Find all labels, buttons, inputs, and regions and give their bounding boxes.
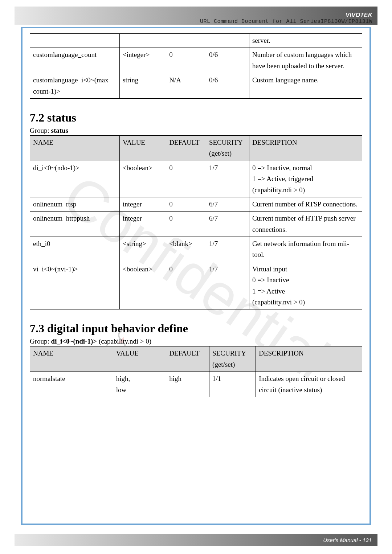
cell-security: 1/1 xyxy=(209,372,256,397)
table-header-row: NAME VALUE DEFAULT SECURITY (get/set) DE… xyxy=(30,135,362,161)
group-bold: di_i<0~(ndi-1)> xyxy=(51,337,97,345)
cell-value: high, low xyxy=(113,372,166,397)
cell-value: integer xyxy=(120,197,166,211)
cell-name: customlanguage_count xyxy=(30,48,120,73)
header-security: SECURITY (get/set) xyxy=(206,135,249,161)
cell-name: onlinenum_rtsp xyxy=(30,197,120,211)
group-label: Group: xyxy=(30,127,49,134)
cell-security: 0/6 xyxy=(206,73,249,99)
cell-security: 6/7 xyxy=(206,197,249,211)
cell-description: server. xyxy=(249,34,362,48)
cell-default: 0 xyxy=(166,197,206,211)
header-description: DESCRIPTION xyxy=(256,346,362,372)
cell-default: <blank> xyxy=(166,237,206,262)
header-subtitle: URL Command Document for All SeriesIP813… xyxy=(200,19,372,25)
section-7-2-group: Group: status xyxy=(30,127,362,135)
table-row: normalstate high, low high 1/1 Indicates… xyxy=(30,372,362,397)
page-footer: User's Manual - 131 xyxy=(15,534,377,546)
cell-security: 0/6 xyxy=(206,48,249,73)
cell-value xyxy=(120,34,166,48)
table-header-row: NAME VALUE DEFAULT SECURITY (get/set) DE… xyxy=(30,346,362,372)
table-row: server. xyxy=(30,34,362,48)
header-default: DEFAULT xyxy=(166,346,209,372)
table-row: eth_i0 <string> <blank> 1/7 Get network … xyxy=(30,237,362,262)
table-digital-input: NAME VALUE DEFAULT SECURITY (get/set) DE… xyxy=(30,346,362,397)
cell-security: 6/7 xyxy=(206,212,249,237)
cell-default xyxy=(166,34,206,48)
group-value: status xyxy=(51,127,69,134)
group-prefix: Group: xyxy=(30,337,51,345)
page-header: VIVOTEK URL Command Document for All Ser… xyxy=(15,7,377,25)
cell-description: Virtual input 0 => Inactive 1 => Active … xyxy=(249,262,362,309)
header-name: NAME xyxy=(30,346,113,372)
cell-security xyxy=(206,34,249,48)
table-row: customlanguage_i<0~(max count-1)> string… xyxy=(30,73,362,99)
header-default: DEFAULT xyxy=(166,135,206,161)
cell-name xyxy=(30,34,120,48)
brand-label: VIVOTEK xyxy=(346,12,372,19)
cell-default: high xyxy=(166,372,209,397)
cell-security: 1/7 xyxy=(206,262,249,309)
cell-name: customlanguage_i<0~(max count-1)> xyxy=(30,73,120,99)
page: VIVOTEK URL Command Document for All Ser… xyxy=(0,0,392,554)
cell-description: Current number of RTSP connections. xyxy=(249,197,362,211)
group-suffix: (capability.ndi > 0) xyxy=(97,337,151,345)
cell-name: vi_i<0~(nvi-1)> xyxy=(30,262,120,309)
header-value: VALUE xyxy=(120,135,166,161)
table-row: onlinenum_httppush integer 0 6/7 Current… xyxy=(30,212,362,237)
table-row: di_i<0~(ndo-1)> <boolean> 0 1/7 0 => Ina… xyxy=(30,161,362,197)
header-security: SECURITY (get/set) xyxy=(209,346,256,372)
cell-value: <boolean> xyxy=(120,161,166,197)
table-customlanguage: server. customlanguage_count <integer> 0… xyxy=(30,33,362,99)
cell-value: integer xyxy=(120,212,166,237)
cell-description: Current number of HTTP push server conne… xyxy=(249,212,362,237)
cell-description: Custom language name. xyxy=(249,73,362,99)
cell-description: 0 => Inactive, normal 1 => Active, trigg… xyxy=(249,161,362,197)
cell-default: 0 xyxy=(166,161,206,197)
cell-name: normalstate xyxy=(30,372,113,397)
cell-name: onlinenum_httppush xyxy=(30,212,120,237)
cell-description: Indicates open circuit or closed circuit… xyxy=(256,372,362,397)
section-7-3-group: Group: di_i<0~(ndi-1)> (capability.ndi >… xyxy=(30,337,362,345)
table-status: NAME VALUE DEFAULT SECURITY (get/set) DE… xyxy=(30,135,362,309)
cell-value: <boolean> xyxy=(120,262,166,309)
cell-default: 0 xyxy=(166,212,206,237)
cell-name: eth_i0 xyxy=(30,237,120,262)
table-row: customlanguage_count <integer> 0 0/6 Num… xyxy=(30,48,362,73)
section-7-3-heading: 7.3 digital input behavior define xyxy=(30,322,362,335)
cell-value: <integer> xyxy=(120,48,166,73)
cell-description: Number of custom languages which have be… xyxy=(249,48,362,73)
cell-security: 1/7 xyxy=(206,161,249,197)
header-description: DESCRIPTION xyxy=(249,135,362,161)
cell-name: di_i<0~(ndo-1)> xyxy=(30,161,120,197)
content-frame: server. customlanguage_count <integer> 0… xyxy=(21,27,371,525)
cell-value: string xyxy=(120,73,166,99)
cell-default: 0 xyxy=(166,262,206,309)
cell-value: <string> xyxy=(120,237,166,262)
cell-description: Get network information from mii-tool. xyxy=(249,237,362,262)
table-row: onlinenum_rtsp integer 0 6/7 Current num… xyxy=(30,197,362,211)
header-value: VALUE xyxy=(113,346,166,372)
cell-default: N/A xyxy=(166,73,206,99)
footer-text: User's Manual - 131 xyxy=(323,537,372,543)
section-7-2-heading: 7.2 status xyxy=(30,111,362,124)
header-name: NAME xyxy=(30,135,120,161)
cell-default: 0 xyxy=(166,48,206,73)
cell-security: 1/7 xyxy=(206,237,249,262)
table-row: vi_i<0~(nvi-1)> <boolean> 0 1/7 Virtual … xyxy=(30,262,362,309)
